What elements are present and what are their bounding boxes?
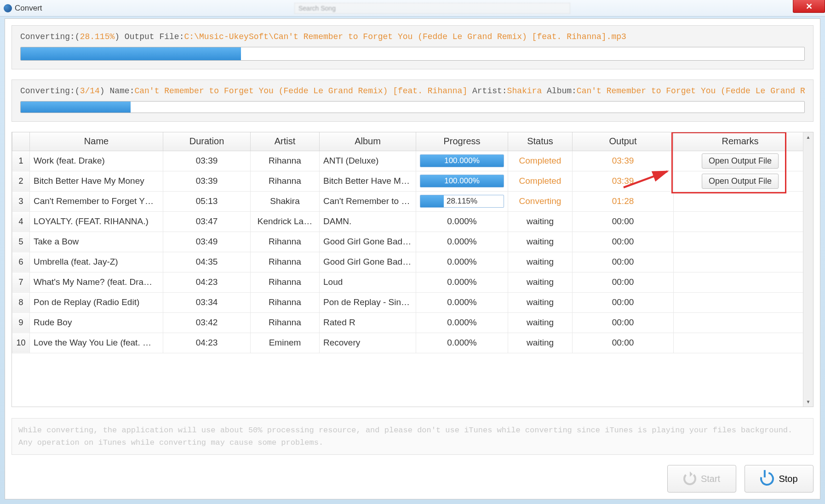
row-progress: 0.000% (416, 211, 508, 232)
track-album: Can't Remember to Forget You (Fedde Le G… (577, 86, 805, 96)
row-output: 03:39 (573, 171, 674, 191)
col-header-album[interactable]: Album (320, 132, 416, 151)
row-progress: 100.000% (416, 151, 508, 171)
search-input[interactable] (294, 3, 570, 14)
row-progress: 100.000% (416, 171, 508, 191)
label-output-file: ) Output File: (115, 32, 184, 41)
row-output: 00:00 (573, 333, 674, 353)
row-name: Pon de Replay (Radio Edit) (30, 292, 163, 312)
titlebar: Convert ✕ (0, 0, 825, 17)
row-progress-pct: 0.000% (447, 257, 476, 266)
tracks-table: Name Duration Artist Album Progress Stat… (12, 132, 803, 353)
row-progress-pct: 100.000% (444, 156, 480, 165)
row-progress: 0.000% (416, 312, 508, 333)
open-output-file-button[interactable]: Open Output File (702, 153, 779, 169)
row-album: Good Girl Gone Bad… (320, 232, 416, 252)
table-row[interactable]: 3 Can't Remember to Forget Y… 05:13 Shak… (12, 191, 803, 211)
track-artist: Shakira (507, 86, 542, 96)
stop-button[interactable]: Stop (745, 465, 814, 493)
row-artist: Rihanna (251, 312, 320, 333)
row-status: waiting (508, 272, 573, 292)
table-header-row: Name Duration Artist Album Progress Stat… (12, 132, 803, 151)
table-row[interactable]: 5 Take a Bow 03:49 Rihanna Good Girl Gon… (12, 232, 803, 252)
row-name: Work (feat. Drake) (30, 151, 163, 171)
row-duration: 03:34 (163, 292, 251, 312)
row-output: 01:28 (573, 191, 674, 211)
row-name: Can't Remember to Forget Y… (30, 191, 163, 211)
row-progress: 0.000% (416, 333, 508, 353)
row-status: Converting (508, 191, 573, 211)
row-duration: 04:35 (163, 252, 251, 272)
track-progress-fill (21, 102, 131, 113)
row-progress-pct: 100.000% (444, 176, 480, 186)
track-progress-panel: Converting:(3/14) Name:Can't Remember to… (11, 79, 814, 122)
row-album: DAMN. (320, 211, 416, 232)
vertical-scrollbar[interactable]: ▲ ▼ (803, 132, 813, 407)
col-header-output[interactable]: Output (573, 132, 674, 151)
scroll-down-icon[interactable]: ▼ (803, 397, 813, 407)
row-progress-pct: 0.000% (447, 317, 476, 327)
row-index: 10 (12, 333, 30, 353)
col-header-duration[interactable]: Duration (163, 132, 251, 151)
col-header-index[interactable] (12, 132, 30, 151)
start-button[interactable]: Start (667, 465, 736, 493)
convert-window: Convert ✕ Converting:(28.115%) Output Fi… (0, 0, 825, 504)
row-status: waiting (508, 211, 573, 232)
row-artist: Rihanna (251, 252, 320, 272)
row-progress: 28.115% (416, 191, 508, 211)
button-row: Start Stop (11, 465, 814, 493)
file-progress-info: Converting:(28.115%) Output File:C:\Musi… (20, 32, 805, 41)
stop-label: Stop (779, 474, 797, 484)
row-remarks (674, 211, 803, 232)
row-artist: Kendrick La… (251, 211, 320, 232)
row-index: 9 (12, 312, 30, 333)
row-duration: 03:49 (163, 232, 251, 252)
row-duration: 04:23 (163, 333, 251, 353)
row-name: What's My Name? (feat. Dra… (30, 272, 163, 292)
row-name: Bitch Better Have My Money (30, 171, 163, 191)
row-album: Bitch Better Have M… (320, 171, 416, 191)
col-header-remarks[interactable]: Remarks (674, 132, 803, 151)
col-header-status[interactable]: Status (508, 132, 573, 151)
row-index: 6 (12, 252, 30, 272)
start-label: Start (701, 474, 720, 484)
table-row[interactable]: 9 Rude Boy 03:42 Rihanna Rated R 0.000% … (12, 312, 803, 333)
row-name: Take a Bow (30, 232, 163, 252)
close-button[interactable]: ✕ (793, 0, 825, 13)
table-row[interactable]: 10 Love the Way You Lie (feat. … 04:23 E… (12, 333, 803, 353)
row-album: Good Girl Gone Bad… (320, 252, 416, 272)
app-icon (4, 4, 12, 12)
tracks-table-scroll[interactable]: Name Duration Artist Album Progress Stat… (12, 132, 803, 407)
row-duration: 03:39 (163, 151, 251, 171)
row-index: 8 (12, 292, 30, 312)
row-duration: 04:23 (163, 272, 251, 292)
row-album: Can't Remember to … (320, 191, 416, 211)
table-row[interactable]: 2 Bitch Better Have My Money 03:39 Rihan… (12, 171, 803, 191)
row-duration: 03:42 (163, 312, 251, 333)
row-remarks (674, 191, 803, 211)
tracks-table-wrap: Name Duration Artist Album Progress Stat… (11, 132, 814, 407)
table-row[interactable]: 6 Umbrella (feat. Jay-Z) 04:35 Rihanna G… (12, 252, 803, 272)
row-status: waiting (508, 252, 573, 272)
col-header-progress[interactable]: Progress (416, 132, 508, 151)
scroll-up-icon[interactable]: ▲ (803, 132, 813, 142)
col-header-name[interactable]: Name (30, 132, 163, 151)
row-remarks (674, 333, 803, 353)
label-artist: Artist: (467, 86, 507, 96)
open-output-file-button[interactable]: Open Output File (702, 174, 779, 189)
row-status: Completed (508, 171, 573, 191)
table-row[interactable]: 4 LOYALTY. (FEAT. RIHANNA.) 03:47 Kendri… (12, 211, 803, 232)
row-status: Completed (508, 151, 573, 171)
table-row[interactable]: 7 What's My Name? (feat. Dra… 04:23 Riha… (12, 272, 803, 292)
row-remarks (674, 252, 803, 272)
col-header-artist[interactable]: Artist (251, 132, 320, 151)
track-count: 3/14 (80, 86, 100, 96)
row-output: 00:00 (573, 232, 674, 252)
table-row[interactable]: 1 Work (feat. Drake) 03:39 Rihanna ANTI … (12, 151, 803, 171)
row-remarks (674, 272, 803, 292)
row-artist: Rihanna (251, 292, 320, 312)
row-remarks (674, 292, 803, 312)
table-row[interactable]: 8 Pon de Replay (Radio Edit) 03:34 Rihan… (12, 292, 803, 312)
row-album: Rated R (320, 312, 416, 333)
row-progress-pct: 28.115% (447, 197, 477, 206)
